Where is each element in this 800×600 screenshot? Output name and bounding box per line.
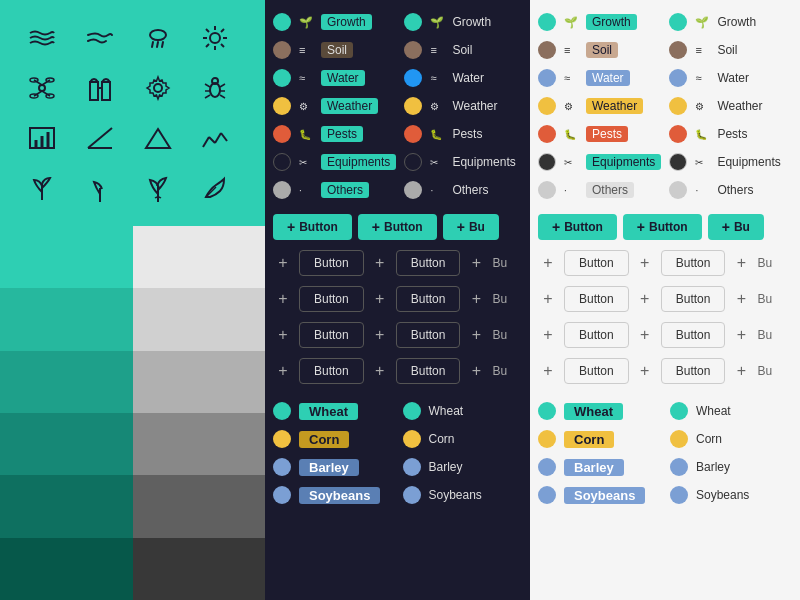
- icon-grid-section: [0, 0, 265, 226]
- cat-pests-dark-left: 🐛 Pests: [273, 122, 396, 146]
- svg-line-42: [209, 137, 215, 143]
- swatch-gray4: [133, 413, 266, 475]
- cat-label-soil-r: Soil: [452, 43, 472, 57]
- cat-label-weather: Weather: [321, 98, 378, 114]
- crop-label-soybeans-light: Soybeans: [564, 487, 645, 504]
- btn-outline-light-1[interactable]: Button: [564, 250, 629, 276]
- crop-corn-dark-l: Corn: [273, 427, 393, 451]
- svg-line-2: [157, 42, 158, 47]
- cat-dot-weather: [273, 97, 291, 115]
- swatch-teal-dark: [0, 288, 133, 350]
- crop-label-corn-dark-r: Corn: [429, 432, 455, 446]
- cat-equip-lr: Equipments: [717, 155, 780, 169]
- cat-pests-light-right: 🐛 Pests: [669, 122, 792, 146]
- btn-outline-dark-1[interactable]: Button: [299, 250, 364, 276]
- svg-line-38: [88, 128, 112, 148]
- btn-row-5-dark: + Button + Button + Bu: [273, 358, 522, 384]
- cat-weather-dark-left: ⚙ Weather: [273, 94, 396, 118]
- svg-rect-22: [90, 82, 98, 100]
- cat-growth-light-right: 🌱 Growth: [669, 10, 792, 34]
- svg-line-30: [205, 95, 210, 98]
- crop-label-barley-dark-r: Barley: [429, 460, 463, 474]
- cat-growth-lr: Growth: [717, 15, 756, 29]
- crop-barley-dark-r: Barley: [403, 455, 523, 479]
- btn-filled-light-2[interactable]: + Button: [623, 214, 702, 240]
- btn-filled-dark-1[interactable]: + Button: [273, 214, 352, 240]
- cat-dot-growth: [273, 13, 291, 31]
- gear-icon: [140, 70, 176, 106]
- btn-outline-light-7[interactable]: Button: [564, 358, 629, 384]
- crop-wheat-light-l: Wheat: [538, 399, 660, 423]
- btn-outline-light-5[interactable]: Button: [564, 322, 629, 348]
- svg-point-0: [150, 30, 166, 40]
- crop-soybeans-dark-l: Soybeans: [273, 483, 393, 507]
- drone-icon: [24, 70, 60, 106]
- btn-outline-dark-3[interactable]: Button: [299, 286, 364, 312]
- cat-dot-others: [273, 181, 291, 199]
- btn-outline-dark-5[interactable]: Button: [299, 322, 364, 348]
- bug-icon: [197, 70, 233, 106]
- cat-label-water-ll: Water: [586, 70, 630, 86]
- btn-filled-light-3[interactable]: + Bu: [708, 214, 764, 240]
- cat-label-water: Water: [321, 70, 365, 86]
- swatch-gray2: [133, 288, 266, 350]
- cat-pests-lr: Pests: [717, 127, 747, 141]
- btn-outline-light-3[interactable]: Button: [564, 286, 629, 312]
- cat-label-equip-r: Equipments: [452, 155, 515, 169]
- cat-water-light-right: ≈ Water: [669, 66, 792, 90]
- crop-label-corn-light: Corn: [564, 431, 614, 448]
- btn-row-4-light: + Button + Button + Bu: [538, 322, 792, 348]
- cat-label-weather-ll: Weather: [586, 98, 643, 114]
- svg-line-1: [152, 42, 153, 47]
- btn-outline-light-8[interactable]: Button: [661, 358, 726, 384]
- swatch-gray5: [133, 475, 266, 537]
- cat-weather-lr: Weather: [717, 99, 762, 113]
- btn-outline-light-6[interactable]: Button: [661, 322, 726, 348]
- btn-outline-dark-8[interactable]: Button: [396, 358, 461, 384]
- cat-others-light-right: · Others: [669, 178, 792, 202]
- svg-line-31: [220, 84, 225, 87]
- wind-icon: [82, 20, 118, 56]
- cat-water-dark-right: ≈ Water: [404, 66, 522, 90]
- btn-filled-dark-3[interactable]: + Bu: [443, 214, 499, 240]
- btn-outline-dark-4[interactable]: Button: [396, 286, 461, 312]
- btn-filled-light-1[interactable]: + Button: [538, 214, 617, 240]
- crop-label-corn-dark: Corn: [299, 431, 349, 448]
- btn-outline-dark-6[interactable]: Button: [396, 322, 461, 348]
- swatch-teal-darker: [0, 351, 133, 413]
- cat-water-light-left: ≈ Water: [538, 66, 661, 90]
- btn-outline-light-2[interactable]: Button: [661, 250, 726, 276]
- btn-outline-dark-2[interactable]: Button: [396, 250, 461, 276]
- btn-outline-dark-7[interactable]: Button: [299, 358, 364, 384]
- svg-line-3: [162, 42, 163, 47]
- crop-wheat-light-r: Wheat: [670, 399, 792, 423]
- cat-label-water-r: Water: [452, 71, 484, 85]
- swatch-dark-teal: [0, 538, 133, 600]
- cat-soil-dark-right: ≡ Soil: [404, 38, 522, 62]
- cat-others-lr: Others: [717, 183, 753, 197]
- cat-soil-lr: Soil: [717, 43, 737, 57]
- crop-barley-dark-l: Barley: [273, 455, 393, 479]
- icon-grid: [24, 20, 241, 206]
- svg-point-26: [210, 83, 220, 97]
- btn-filled-dark-2[interactable]: + Button: [358, 214, 437, 240]
- svg-line-33: [220, 95, 225, 98]
- cat-label-pests-r: Pests: [452, 127, 482, 141]
- cat-label-pests-ll: Pests: [586, 126, 628, 142]
- crop-label-wheat-dark-r: Wheat: [429, 404, 464, 418]
- btn-outline-light-4[interactable]: Button: [661, 286, 726, 312]
- crop-soybeans-light-l: Soybeans: [538, 483, 660, 507]
- crop-wheat-dark-l: Wheat: [273, 399, 393, 423]
- svg-point-4: [210, 33, 220, 43]
- cat-dot-water: [273, 69, 291, 87]
- svg-line-10: [221, 44, 224, 47]
- cat-equip-light-left: ✂ Equipments: [538, 150, 661, 174]
- cat-label-others-r: Others: [452, 183, 488, 197]
- cat-label-growth-ll: Growth: [586, 14, 637, 30]
- svg-line-41: [203, 137, 209, 147]
- cat-soil-light-left: ≡ Soil: [538, 38, 661, 62]
- crop-soybeans-dark-r: Soybeans: [403, 483, 523, 507]
- cat-label-pests: Pests: [321, 126, 363, 142]
- cat-dot-soil: [273, 41, 291, 59]
- cat-pests-dark-right: 🐛 Pests: [404, 122, 522, 146]
